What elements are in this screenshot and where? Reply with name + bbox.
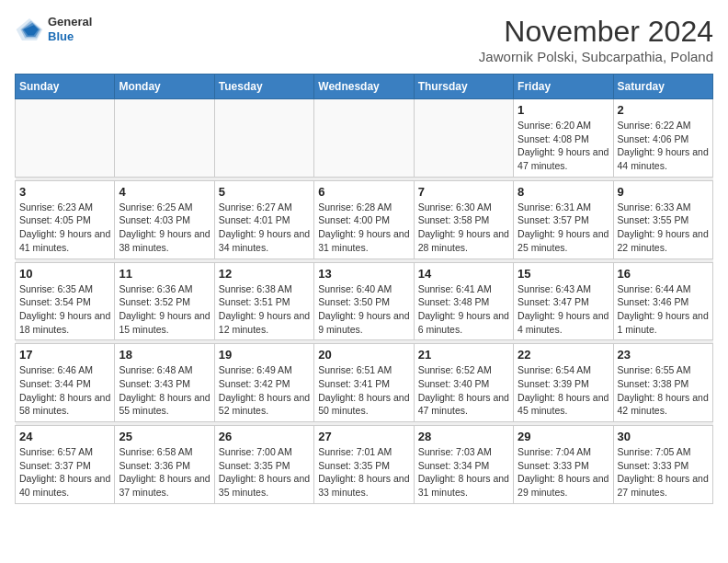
day-info: Sunrise: 6:31 AM Sunset: 3:57 PM Dayligh… bbox=[518, 201, 609, 255]
day-info: Sunrise: 6:30 AM Sunset: 3:58 PM Dayligh… bbox=[418, 201, 509, 255]
day-info: Sunrise: 6:54 AM Sunset: 3:39 PM Dayligh… bbox=[518, 363, 609, 418]
day-info: Sunrise: 6:35 AM Sunset: 3:54 PM Dayligh… bbox=[19, 282, 110, 337]
day-info: Sunrise: 6:48 AM Sunset: 3:43 PM Dayligh… bbox=[119, 363, 210, 418]
day-info: Sunrise: 6:51 AM Sunset: 3:41 PM Dayligh… bbox=[318, 363, 409, 418]
day-number: 7 bbox=[418, 185, 509, 199]
table-row: 17Sunrise: 6:46 AM Sunset: 3:44 PM Dayli… bbox=[16, 344, 115, 422]
day-number: 16 bbox=[618, 267, 709, 281]
table-row: 21Sunrise: 6:52 AM Sunset: 3:40 PM Dayli… bbox=[414, 344, 513, 422]
day-info: Sunrise: 6:49 AM Sunset: 3:42 PM Dayligh… bbox=[219, 363, 310, 418]
day-number: 1 bbox=[518, 103, 609, 117]
table-row: 9Sunrise: 6:33 AM Sunset: 3:55 PM Daylig… bbox=[613, 180, 712, 259]
day-number: 24 bbox=[19, 430, 110, 443]
col-wednesday: Wednesday bbox=[314, 75, 414, 99]
table-row: 29Sunrise: 7:04 AM Sunset: 3:33 PM Dayli… bbox=[514, 426, 613, 504]
day-info: Sunrise: 7:03 AM Sunset: 3:34 PM Dayligh… bbox=[418, 445, 509, 500]
day-number: 14 bbox=[418, 267, 509, 281]
day-number: 10 bbox=[19, 267, 110, 281]
col-sunday: Sunday bbox=[16, 75, 115, 99]
table-row: 11Sunrise: 6:36 AM Sunset: 3:52 PM Dayli… bbox=[115, 262, 214, 340]
table-row: 5Sunrise: 6:27 AM Sunset: 4:01 PM Daylig… bbox=[214, 180, 313, 259]
table-row: 28Sunrise: 7:03 AM Sunset: 3:34 PM Dayli… bbox=[414, 426, 513, 504]
table-row bbox=[16, 99, 115, 178]
table-row: 16Sunrise: 6:44 AM Sunset: 3:46 PM Dayli… bbox=[613, 262, 712, 340]
table-row: 14Sunrise: 6:41 AM Sunset: 3:48 PM Dayli… bbox=[414, 262, 513, 340]
day-number: 8 bbox=[518, 185, 609, 199]
table-row: 19Sunrise: 6:49 AM Sunset: 3:42 PM Dayli… bbox=[214, 344, 313, 422]
day-number: 25 bbox=[119, 430, 210, 443]
day-number: 29 bbox=[518, 430, 609, 443]
table-row: 7Sunrise: 6:30 AM Sunset: 3:58 PM Daylig… bbox=[414, 180, 513, 259]
logo: General Blue bbox=[15, 15, 92, 44]
month-title: November 2024 bbox=[479, 15, 713, 49]
day-number: 27 bbox=[318, 430, 409, 443]
page-header: General Blue November 2024 Jawornik Pols… bbox=[15, 15, 713, 64]
table-row: 26Sunrise: 7:00 AM Sunset: 3:35 PM Dayli… bbox=[214, 426, 313, 504]
day-number: 30 bbox=[618, 430, 709, 443]
day-info: Sunrise: 6:44 AM Sunset: 3:46 PM Dayligh… bbox=[618, 282, 709, 337]
table-row: 13Sunrise: 6:40 AM Sunset: 3:50 PM Dayli… bbox=[314, 262, 414, 340]
calendar-week-3: 10Sunrise: 6:35 AM Sunset: 3:54 PM Dayli… bbox=[16, 262, 713, 340]
table-row: 18Sunrise: 6:48 AM Sunset: 3:43 PM Dayli… bbox=[115, 344, 214, 422]
table-row bbox=[314, 99, 414, 178]
logo-blue: Blue bbox=[48, 29, 92, 44]
table-row: 10Sunrise: 6:35 AM Sunset: 3:54 PM Dayli… bbox=[16, 262, 115, 340]
day-info: Sunrise: 6:40 AM Sunset: 3:50 PM Dayligh… bbox=[318, 282, 409, 337]
col-thursday: Thursday bbox=[414, 75, 513, 99]
calendar-week-5: 24Sunrise: 6:57 AM Sunset: 3:37 PM Dayli… bbox=[16, 426, 713, 504]
calendar-week-4: 17Sunrise: 6:46 AM Sunset: 3:44 PM Dayli… bbox=[16, 344, 713, 422]
table-row: 24Sunrise: 6:57 AM Sunset: 3:37 PM Dayli… bbox=[16, 426, 115, 504]
table-row: 27Sunrise: 7:01 AM Sunset: 3:35 PM Dayli… bbox=[314, 426, 414, 504]
table-row: 3Sunrise: 6:23 AM Sunset: 4:05 PM Daylig… bbox=[16, 180, 115, 259]
table-row: 2Sunrise: 6:22 AM Sunset: 4:06 PM Daylig… bbox=[613, 99, 712, 178]
day-number: 3 bbox=[19, 185, 110, 199]
day-info: Sunrise: 6:43 AM Sunset: 3:47 PM Dayligh… bbox=[518, 282, 609, 337]
day-number: 12 bbox=[219, 267, 310, 281]
table-row: 20Sunrise: 6:51 AM Sunset: 3:41 PM Dayli… bbox=[314, 344, 414, 422]
calendar-week-1: 1Sunrise: 6:20 AM Sunset: 4:08 PM Daylig… bbox=[16, 99, 713, 178]
day-info: Sunrise: 6:41 AM Sunset: 3:48 PM Dayligh… bbox=[418, 282, 509, 337]
day-number: 17 bbox=[19, 348, 110, 362]
day-number: 28 bbox=[418, 430, 509, 443]
logo-general: General bbox=[48, 15, 92, 29]
table-row: 15Sunrise: 6:43 AM Sunset: 3:47 PM Dayli… bbox=[514, 262, 613, 340]
table-row: 12Sunrise: 6:38 AM Sunset: 3:51 PM Dayli… bbox=[214, 262, 313, 340]
col-saturday: Saturday bbox=[613, 75, 712, 99]
day-info: Sunrise: 6:38 AM Sunset: 3:51 PM Dayligh… bbox=[219, 282, 310, 337]
day-number: 6 bbox=[318, 185, 409, 199]
day-info: Sunrise: 6:33 AM Sunset: 3:55 PM Dayligh… bbox=[618, 201, 709, 255]
calendar-week-2: 3Sunrise: 6:23 AM Sunset: 4:05 PM Daylig… bbox=[16, 180, 713, 259]
day-number: 9 bbox=[618, 185, 709, 199]
table-row: 6Sunrise: 6:28 AM Sunset: 4:00 PM Daylig… bbox=[314, 180, 414, 259]
table-row: 22Sunrise: 6:54 AM Sunset: 3:39 PM Dayli… bbox=[514, 344, 613, 422]
table-row bbox=[214, 99, 313, 178]
day-info: Sunrise: 6:58 AM Sunset: 3:36 PM Dayligh… bbox=[119, 445, 210, 500]
logo-icon bbox=[15, 15, 44, 44]
table-row: 23Sunrise: 6:55 AM Sunset: 3:38 PM Dayli… bbox=[613, 344, 712, 422]
table-row: 25Sunrise: 6:58 AM Sunset: 3:36 PM Dayli… bbox=[115, 426, 214, 504]
day-info: Sunrise: 7:00 AM Sunset: 3:35 PM Dayligh… bbox=[219, 445, 310, 500]
day-info: Sunrise: 7:05 AM Sunset: 3:33 PM Dayligh… bbox=[618, 445, 709, 500]
day-info: Sunrise: 6:22 AM Sunset: 4:06 PM Dayligh… bbox=[618, 119, 709, 173]
day-info: Sunrise: 7:01 AM Sunset: 3:35 PM Dayligh… bbox=[318, 445, 409, 500]
calendar-header-row: Sunday Monday Tuesday Wednesday Thursday… bbox=[16, 75, 713, 99]
day-number: 22 bbox=[518, 348, 609, 362]
day-number: 13 bbox=[318, 267, 409, 281]
table-row: 4Sunrise: 6:25 AM Sunset: 4:03 PM Daylig… bbox=[115, 180, 214, 259]
day-info: Sunrise: 6:23 AM Sunset: 4:05 PM Dayligh… bbox=[19, 201, 110, 255]
day-info: Sunrise: 6:27 AM Sunset: 4:01 PM Dayligh… bbox=[219, 201, 310, 255]
calendar-table: Sunday Monday Tuesday Wednesday Thursday… bbox=[15, 74, 713, 504]
day-info: Sunrise: 6:36 AM Sunset: 3:52 PM Dayligh… bbox=[119, 282, 210, 337]
table-row bbox=[115, 99, 214, 178]
table-row: 30Sunrise: 7:05 AM Sunset: 3:33 PM Dayli… bbox=[613, 426, 712, 504]
logo-text: General Blue bbox=[48, 15, 92, 43]
day-number: 2 bbox=[618, 103, 709, 117]
table-row: 1Sunrise: 6:20 AM Sunset: 4:08 PM Daylig… bbox=[514, 99, 613, 178]
day-number: 20 bbox=[318, 348, 409, 362]
day-number: 15 bbox=[518, 267, 609, 281]
location-title: Jawornik Polski, Subcarpathia, Poland bbox=[479, 49, 713, 64]
day-number: 21 bbox=[418, 348, 509, 362]
day-number: 19 bbox=[219, 348, 310, 362]
day-info: Sunrise: 6:52 AM Sunset: 3:40 PM Dayligh… bbox=[418, 363, 509, 418]
day-number: 5 bbox=[219, 185, 310, 199]
